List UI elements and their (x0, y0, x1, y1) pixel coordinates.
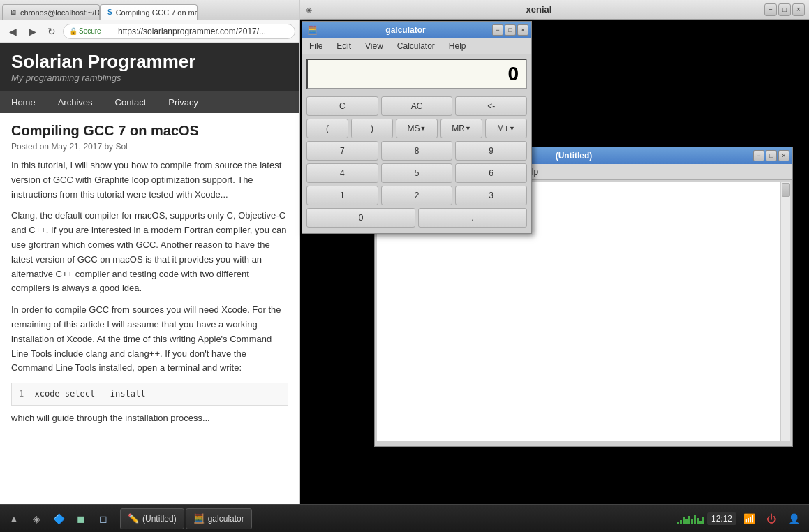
taskbar-icon-4[interactable]: ◼ (71, 509, 91, 529)
galculator-maximize-btn[interactable]: □ (505, 24, 516, 36)
calc-mr-arrow: ▼ (465, 125, 471, 132)
gedit-scrollbar[interactable] (780, 182, 790, 441)
calc-row-456: 4 5 6 (306, 163, 527, 183)
galculator-taskbar-icon: 🧮 (193, 513, 205, 524)
desktop: ◈ xenial − □ × 🖥 chronos@localhost:~/D..… (0, 0, 809, 532)
article-p2: Clang, the default compiler for macOS, s… (11, 209, 288, 296)
calc-btn-c[interactable]: C (306, 96, 378, 116)
galculator-close-btn[interactable]: × (517, 24, 528, 36)
calc-btn-2[interactable]: 2 (381, 186, 453, 205)
user-icon[interactable]: 👤 (784, 509, 803, 529)
calc-display: 0 (306, 59, 527, 89)
calc-menu-help[interactable]: Help (442, 40, 473, 52)
tab1-label: chronos@localhost:~/D... (20, 8, 100, 17)
galculator-controls: − □ × (492, 24, 528, 36)
vol-bar-3 (683, 517, 685, 524)
article-content: Compiling GCC 7 on macOS Posted on May 2… (0, 113, 299, 443)
taskbar-galculator-btn[interactable]: 🧮 galculator (186, 508, 252, 529)
calc-menu-calculator[interactable]: Calculator (390, 40, 442, 52)
galculator-window: 🧮 galculator − □ × File Edit View Calcul… (302, 21, 532, 234)
xenial-controls: − □ × (760, 3, 809, 16)
calc-btn-9[interactable]: 9 (455, 141, 527, 161)
calc-row-789: 7 8 9 (306, 141, 527, 161)
calc-mplus-arrow: ▼ (509, 125, 515, 132)
calc-menu-view[interactable]: View (358, 40, 390, 52)
xenial-titlebar: ◈ xenial − □ × (300, 0, 809, 20)
secure-indicator: 🔒 Secure (69, 27, 101, 35)
forward-button[interactable]: ▶ (24, 23, 40, 40)
calc-btn-close-paren[interactable]: ) (351, 119, 393, 138)
calc-mr-label: MR (452, 124, 465, 133)
calc-btn-open-paren[interactable]: ( (306, 119, 348, 138)
galculator-minimize-btn[interactable]: − (492, 24, 503, 36)
calc-btn-4[interactable]: 4 (306, 163, 378, 183)
calc-btn-ac[interactable]: AC (381, 96, 453, 116)
article-body: In this tutorial, I will show you how to… (11, 158, 288, 426)
browser-tab-2[interactable]: S Compiling GCC 7 on ma... × (100, 4, 198, 20)
calc-btn-0[interactable]: 0 (306, 208, 415, 228)
taskbar-icon-1[interactable]: ▲ (4, 509, 24, 529)
calc-display-value: 0 (507, 63, 519, 85)
volume-visualizer (677, 513, 704, 524)
network-icon[interactable]: 📶 (739, 509, 759, 529)
vol-bar-8 (697, 518, 699, 524)
gedit-close-btn[interactable]: × (778, 150, 789, 161)
calc-menu-file[interactable]: File (302, 40, 329, 52)
calc-btn-6[interactable]: 6 (455, 163, 527, 183)
calc-row-clear: C AC <- (306, 96, 527, 116)
taskbar-icon-3[interactable]: 🔷 (49, 509, 68, 529)
site-tagline: My programming ramblings (11, 73, 288, 83)
calc-ms-label: MS (408, 124, 420, 133)
vol-bar-5 (688, 516, 690, 524)
gedit-maximize-btn[interactable]: □ (766, 150, 777, 161)
systray: 12:12 📶 ⏻ 👤 (677, 509, 803, 529)
nav-archives[interactable]: Archives (47, 91, 104, 113)
taskbar-apps: ✏️ (Untitled) 🧮 galculator (117, 508, 671, 529)
nav-contact[interactable]: Contact (104, 91, 158, 113)
calc-btn-mr[interactable]: MR ▼ (440, 119, 482, 138)
address-bar[interactable]: 🔒 Secure https://solarianprogrammer.com/… (63, 24, 295, 39)
calc-btn-mplus[interactable]: M+ ▼ (485, 119, 527, 138)
article-p3: In order to compile GCC from sources you… (11, 303, 288, 376)
calc-btn-ms[interactable]: MS ▼ (396, 119, 438, 138)
calc-btn-1[interactable]: 1 (306, 186, 378, 205)
nav-home[interactable]: Home (0, 91, 47, 113)
tab1-favicon: 🖥 (10, 8, 17, 16)
taskbar-icon-5[interactable]: ◻ (94, 509, 113, 529)
calc-buttons: C AC <- ( ) MS ▼ MR ▼ M+ ▼ (302, 94, 531, 233)
address-url: https://solarianprogrammer.com/2017/... (83, 27, 266, 36)
taskbar-icon-2[interactable]: ◈ (27, 509, 46, 529)
calc-btn-dot[interactable]: . (418, 208, 527, 228)
xenial-close-btn[interactable]: × (792, 3, 805, 16)
xenial-title: xenial (318, 4, 760, 15)
code-text: xcode-select --install (34, 389, 145, 399)
calc-btn-7[interactable]: 7 (306, 141, 378, 161)
galculator-taskbar-label: galculator (208, 514, 244, 524)
taskbar-gedit-btn[interactable]: ✏️ (Untitled) (120, 508, 184, 529)
gedit-minimize-btn[interactable]: − (753, 150, 764, 161)
calc-btn-8[interactable]: 8 (381, 141, 453, 161)
vol-bar-1 (677, 522, 679, 524)
back-button[interactable]: ◀ (4, 23, 21, 40)
site-header: Solarian Programmer My programming rambl… (0, 43, 299, 91)
tab2-favicon: S (107, 8, 112, 16)
calc-menubar: File Edit View Calculator Help (302, 38, 531, 54)
xenial-minimize-btn[interactable]: − (764, 3, 777, 16)
article-p4: which will guide through the installatio… (11, 411, 288, 426)
gedit-scroll-thumb[interactable] (782, 183, 790, 197)
calc-btn-backspace[interactable]: <- (455, 96, 527, 116)
xenial-maximize-btn[interactable]: □ (778, 3, 791, 16)
vol-bar-4 (685, 519, 688, 524)
gedit-taskbar-label: (Untitled) (142, 514, 177, 524)
calc-row-mem: ( ) MS ▼ MR ▼ M+ ▼ (306, 119, 527, 138)
calc-menu-edit[interactable]: Edit (329, 40, 358, 52)
power-icon[interactable]: ⏻ (762, 509, 781, 529)
nav-privacy[interactable]: Privacy (157, 91, 209, 113)
calc-ms-arrow: ▼ (420, 125, 426, 132)
galculator-titlebar: 🧮 galculator − □ × (302, 22, 531, 38)
browser-tab-1[interactable]: 🖥 chronos@localhost:~/D... × (2, 4, 100, 20)
calc-btn-3[interactable]: 3 (455, 186, 527, 205)
article-title: Compiling GCC 7 on macOS (11, 123, 288, 139)
refresh-button[interactable]: ↻ (43, 23, 60, 40)
calc-btn-5[interactable]: 5 (381, 163, 453, 183)
